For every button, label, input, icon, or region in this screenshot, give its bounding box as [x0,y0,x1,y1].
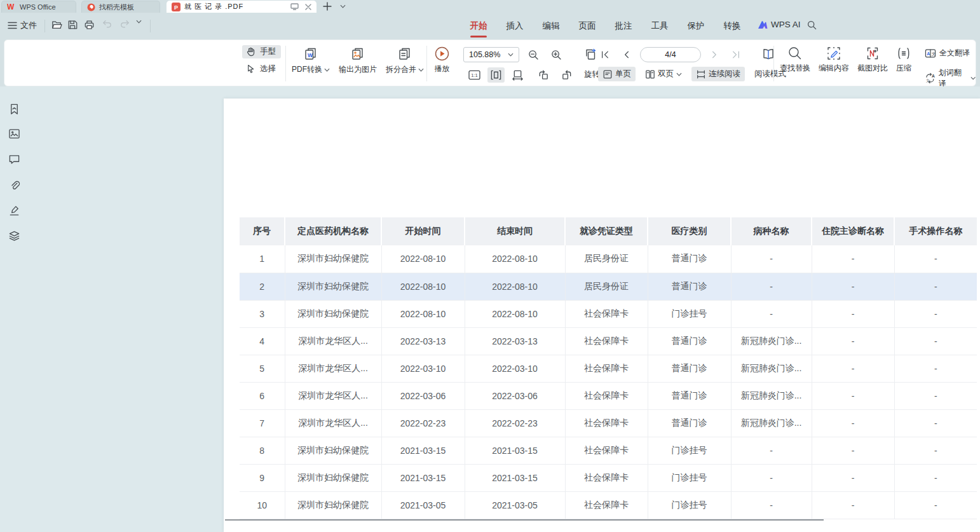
bookmark-icon[interactable] [8,103,20,116]
hand-tool-button[interactable]: 手型 [242,45,281,58]
word-translate-button[interactable]: 文A 划词翻译 [925,67,976,89]
tab-list-chevron-icon[interactable] [337,1,348,11]
read-mode-icon[interactable] [758,46,779,63]
screenshot-compare-button[interactable]: 截图对比 [857,46,888,74]
last-page-button[interactable] [729,48,743,61]
zoom-out-button[interactable] [525,47,542,63]
menu-edit[interactable]: 编辑 [541,20,561,32]
document-viewport[interactable]: 序号定点医药机构名称开始时间结束时间就诊凭证类型医疗类别病种名称住院主诊断名称手… [29,86,980,532]
print-button[interactable] [84,20,95,30]
table-cell: 2022-08-10 [381,273,465,300]
table-cell: 4 [240,327,285,355]
first-page-button[interactable] [598,48,612,61]
ribbon-toolbar: 手型 选择 W PDF转换 输出为图片 拆分合并 播放 105.88% [4,39,976,86]
continuous-read-button[interactable]: 连续阅读 [691,67,745,81]
tab-template-store[interactable]: 找稻壳模板 [81,1,160,13]
fit-width-button[interactable] [509,67,526,83]
menu-comment[interactable]: 批注 [614,20,633,32]
table-cell: 2021-03-05 [381,491,465,519]
wps-logo-icon: W [7,3,16,11]
double-page-button[interactable]: 双页 [641,67,686,81]
table-cell: - [812,327,894,355]
table-row: 5深圳市龙华区人...2022-03-102022-03-10社会保障卡普通门诊… [240,355,977,382]
menu-tools[interactable]: 工具 [650,20,669,32]
previous-page-button[interactable] [620,48,632,61]
menu-search-icon[interactable] [807,20,817,30]
table-cell: 深圳市妇幼保健院 [285,464,381,491]
wps-ai-button[interactable]: WPS AI [758,20,801,29]
window-tab-bar: W WPS Office 找稻壳模板 P 就 医 记 录 .PDF [0,0,980,13]
column-header: 开始时间 [381,217,465,245]
find-replace-button[interactable]: 查找替换 [780,46,810,74]
table-cell: 2022-02-23 [465,409,565,437]
tab-label: WPS Office [20,3,56,11]
undo-button[interactable] [102,20,112,29]
thumbnail-icon[interactable] [8,128,20,139]
menu-convert[interactable]: 转换 [723,20,742,32]
select-tool-button[interactable]: 选择 [242,62,281,76]
split-merge-label: 拆分合并 [386,64,416,75]
signature-pen-icon[interactable] [8,205,20,217]
menu-home[interactable]: 开始 [469,20,488,32]
column-header: 定点医药机构名称 [285,217,381,245]
table-cell: - [812,245,894,273]
svg-text:W: W [7,3,15,11]
zoom-in-button[interactable] [548,47,565,63]
split-merge-button[interactable]: 拆分合并 [386,46,424,75]
play-icon [434,46,450,62]
pdf-convert-button[interactable]: W PDF转换 [292,46,330,75]
fit-page-button[interactable] [487,67,505,83]
table-cell: 5 [240,355,285,382]
tab-wps-office[interactable]: W WPS Office [1,1,76,13]
attachment-icon[interactable] [8,179,20,191]
quickbar-more-chevron-icon[interactable] [136,20,142,24]
edit-content-button[interactable]: 编辑内容 [819,46,849,74]
export-image-button[interactable]: 输出为图片 [339,46,377,75]
menu-protect[interactable]: 保护 [686,20,705,32]
close-tab-icon[interactable] [305,4,311,10]
table-cell: 门诊挂号 [648,464,731,491]
file-menu-label: 文件 [20,20,37,31]
pdf-file-icon: P [172,3,180,11]
rotate-left-button[interactable] [534,67,553,83]
table-cell: - [812,409,894,437]
svg-text:文: 文 [926,79,930,83]
table-cell: 2022-08-10 [465,300,565,327]
redo-button[interactable] [119,20,130,29]
table-header-row: 序号定点医药机构名称开始时间结束时间就诊凭证类型医疗类别病种名称住院主诊断名称手… [240,217,977,245]
zoom-level-select[interactable]: 105.88% [463,47,519,62]
docer-icon [87,3,95,11]
wps-ai-label: WPS AI [771,20,801,29]
table-cell: - [731,273,812,300]
save-button[interactable] [67,20,78,30]
continuous-read-label: 连续阅读 [709,69,740,79]
table-row: 1深圳市妇幼保健院2022-08-102022-08-10居民身份证普通门诊--… [240,245,977,273]
comment-panel-icon[interactable] [8,154,20,165]
table-cell: 2021-03-15 [465,437,565,464]
compress-button[interactable]: 压缩 [896,46,911,74]
menu-page[interactable]: 页面 [578,20,597,32]
table-cell: - [812,464,894,491]
new-tab-button[interactable] [322,1,333,11]
page-number-input[interactable]: 4/4 [640,47,701,62]
full-translate-button[interactable]: A文 全文翻译 [925,48,976,58]
quick-access-bar: 文件 开始 插入 编辑 页面 批注 工具 保护 转换 WPS AI [0,13,980,39]
menu-insert[interactable]: 插入 [505,20,524,32]
table-cell: 深圳市妇幼保健院 [285,491,381,519]
rotate-right-button[interactable] [557,67,576,83]
column-header: 手术操作名称 [894,217,977,245]
play-button[interactable]: 播放 [434,46,450,74]
tab-document-active[interactable]: P 就 医 记 录 .PDF [167,1,316,13]
single-page-button[interactable]: 单页 [598,67,636,81]
table-cell: 社会保障卡 [565,491,648,519]
actual-size-button[interactable]: 1:1 [466,68,483,82]
cursor-icon [245,64,256,74]
next-page-button[interactable] [709,48,721,61]
double-page-label: 双页 [658,69,674,79]
table-cell: 2021-03-15 [381,437,465,464]
layers-icon[interactable] [8,230,20,242]
table-row: 6深圳市龙华区人...2022-03-062022-03-06社会保障卡普通门诊… [240,382,977,409]
float-window-icon[interactable] [290,3,299,10]
file-menu-button[interactable]: 文件 [8,20,37,31]
open-file-button[interactable] [51,20,62,30]
